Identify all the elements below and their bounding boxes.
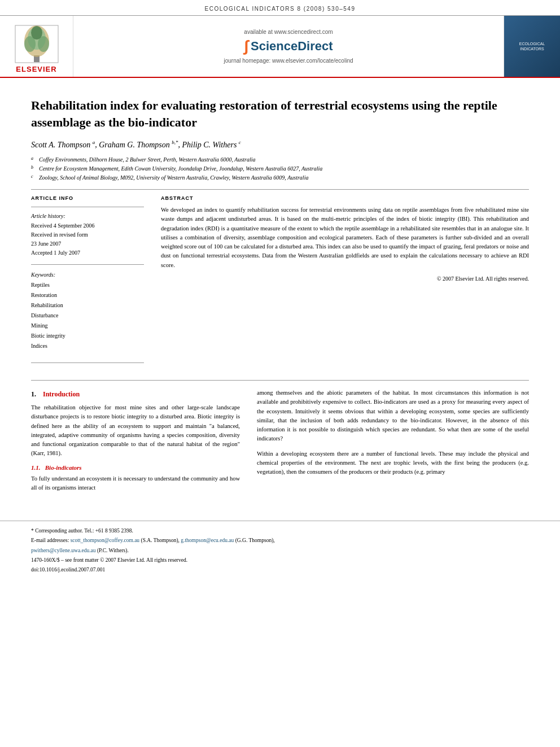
keywords-title: Keywords: [31, 272, 144, 278]
article-history: Article history: Received 4 September 20… [31, 213, 144, 257]
section-1-heading-line: 1. Introduction [31, 388, 240, 399]
affil-c: c Zoology, School of Animal Biology, M09… [31, 173, 529, 182]
history-revised-date: 23 June 2007 [31, 239, 144, 248]
section-1-heading: Introduction [43, 390, 80, 398]
article-info-abstract-cols: ARTICLE INFO Article history: Received 4… [31, 195, 529, 369]
divider-keywords [31, 264, 144, 265]
email-line: E-mail addresses: scott_thompson@coffey.… [31, 536, 529, 544]
article-title: Rehabilitation index for evaluating rest… [31, 97, 529, 130]
abstract-col: ABSTRACT We developed an index to quanti… [161, 195, 529, 369]
homepage-text: journal homepage: www.elsevier.com/locat… [224, 58, 353, 64]
available-text: available at www.sciencedirect.com [244, 29, 333, 35]
corresponding-author: * Corresponding author. Tel.: +61 8 9385… [31, 527, 529, 535]
right-paragraph-1: among themselves and the abiotic paramet… [257, 388, 529, 444]
cover-journal-name: ECOLOGICALINDICATORS [519, 41, 545, 51]
divider-info [31, 207, 144, 207]
article-info-col: ARTICLE INFO Article history: Received 4… [31, 195, 144, 369]
main-content: Rehabilitation index for evaluating rest… [0, 78, 560, 509]
section-1-number: 1. [31, 390, 36, 398]
section-divider [31, 380, 529, 381]
center-banner: available at www.sciencedirect.com ∫ Sci… [73, 16, 504, 77]
article-info-label: ARTICLE INFO [31, 195, 144, 201]
affiliations: a Coffey Environments, Dilhorn House, 2 … [31, 155, 529, 182]
email-scott: scott_thompson@coffey.com.au [71, 538, 139, 543]
keyword-mining: Mining [31, 321, 144, 331]
subsection-1-1-title: Bio-indicators [45, 464, 82, 471]
author-graham: Graham G. Thompson b,* [99, 141, 178, 149]
author-philip: Philip C. Withers c [182, 141, 241, 149]
journal-cover: ECOLOGICALINDICATORS [504, 16, 560, 77]
abstract-text: We developed an index to quantify rehabi… [161, 206, 529, 270]
keyword-reptiles: Reptiles [31, 280, 144, 290]
body-right-col: among themselves and the abiotic paramet… [257, 388, 529, 498]
email-philip: pwithers@cyllene.uwa.edu.au [31, 548, 96, 553]
divider-end-info [31, 362, 144, 363]
keyword-indices: Indices [31, 341, 144, 351]
emails-label: E-mail addresses: [31, 538, 69, 543]
author-scott: Scott A. Thompson a [31, 141, 95, 149]
keywords-section: Keywords: Reptiles Restoration Rehabilit… [31, 272, 144, 351]
keyword-disturbance: Disturbance [31, 311, 144, 321]
corresponding-text: * Corresponding author. Tel.: +61 8 9385… [31, 528, 133, 534]
journal-header-text: ECOLOGICAL INDICATORS 8 (2008) 530–549 [205, 6, 356, 12]
subsection-1-1-number: 1.1. [31, 464, 41, 471]
body-left-col: 1. Introduction The rehabilitation objec… [31, 388, 240, 498]
keyword-rehabilitation: Rehabilitation [31, 300, 144, 311]
bioindicators-paragraph: To fully understand an ecosystem it is n… [31, 474, 240, 493]
keyword-restoration: Restoration [31, 290, 144, 300]
banner-area: ELSEVIER available at www.sciencedirect.… [0, 16, 560, 78]
doi-line: doi:10.1016/j.ecolind.2007.07.001 [31, 566, 529, 574]
footer: * Corresponding author. Tel.: +61 8 9385… [0, 521, 560, 581]
history-received: Received 4 September 2006 [31, 221, 144, 230]
sciencedirect-logo: ∫ ScienceDirect [244, 37, 333, 55]
license-line: 1470-160X/$ – see front matter © 2007 El… [31, 556, 529, 564]
history-title: Article history: [31, 213, 144, 219]
subsection-1-1-heading: 1.1. Bio-indicators [31, 464, 240, 471]
copyright-text: © 2007 Elsevier Ltd. All rights reserved… [161, 276, 529, 282]
page: ECOLOGICAL INDICATORS 8 (2008) 530–549 E… [0, 0, 560, 747]
affil-a: a Coffey Environments, Dilhorn House, 2 … [31, 155, 529, 164]
sd-arc-icon: ∫ [244, 37, 248, 55]
email-line-2: pwithers@cyllene.uwa.edu.au (P.C. Wither… [31, 547, 529, 554]
affil-b: b Centre for Ecosystem Management, Edith… [31, 164, 529, 173]
body-section: 1. Introduction The rehabilitation objec… [31, 380, 529, 498]
intro-paragraph: The rehabilitation objective for most mi… [31, 403, 240, 458]
elsevier-brand-text: ELSEVIER [16, 65, 56, 73]
divider-1 [31, 189, 529, 190]
history-accepted: Accepted 1 July 2007 [31, 248, 144, 257]
svg-point-5 [31, 26, 42, 40]
abstract-label: ABSTRACT [161, 195, 529, 201]
elsevier-logo: ELSEVIER [0, 16, 73, 77]
history-revised-label: Received in revised form [31, 230, 144, 239]
sd-brand-text: ScienceDirect [251, 39, 333, 54]
journal-header: ECOLOGICAL INDICATORS 8 (2008) 530–549 [0, 0, 560, 16]
keyword-biotic: Biotic integrity [31, 331, 144, 341]
right-paragraph-2: Within a developing ecosystem there are … [257, 449, 529, 477]
body-two-col: 1. Introduction The rehabilitation objec… [31, 388, 529, 498]
authors: Scott A. Thompson a, Graham G. Thompson … [31, 139, 529, 150]
email-graham: g.thompson@ecu.edu.au [181, 538, 234, 543]
elsevier-tree-icon [14, 24, 59, 64]
cover-inner: ECOLOGICALINDICATORS [504, 16, 560, 77]
